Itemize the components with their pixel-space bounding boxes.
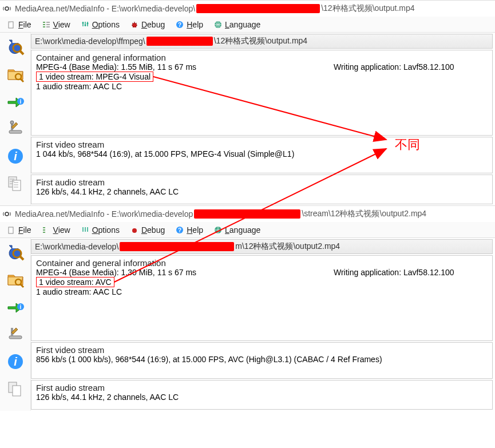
container-line: MPEG-4 (Base Media): 1.30 MiB, 11 s 67 m… <box>36 268 334 277</box>
help-icon: ? <box>175 225 184 235</box>
first-audio-title: First audio stream <box>36 177 488 187</box>
tool-open-folder[interactable] <box>3 61 28 86</box>
svg-rect-1 <box>9 22 13 28</box>
menu-view-label: View <box>53 20 70 29</box>
svg-text:i: i <box>19 304 21 310</box>
window-2: MediaArea.net/MediaInfo - E:\work\media-… <box>0 205 495 411</box>
tool-about[interactable]: i <box>3 144 28 169</box>
titlebar-text: MediaArea.net/MediaInfo - E:\work\media-… <box>15 209 426 219</box>
file-path-bar[interactable]: E:\work\media-develop\ m\12种格式视频\output2… <box>31 239 493 254</box>
menu-view[interactable]: View <box>37 224 75 236</box>
menu-debug[interactable]: Debug <box>125 19 169 30</box>
menu-file[interactable]: File <box>2 224 36 236</box>
svg-text:i: i <box>19 98 21 105</box>
section-first-video: First video stream 1 044 kb/s, 968*544 (… <box>31 137 493 173</box>
tool-export[interactable]: i <box>3 294 28 319</box>
menu-file-label: File <box>18 20 31 29</box>
content-area: E:\work\media-develop\ffmpeg\ \12种格式视频\o… <box>31 33 495 205</box>
container-title: Container and general information <box>36 258 488 268</box>
container-line: MPEG-4 (Base Media): 1.55 MiB, 11 s 67 m… <box>36 62 334 72</box>
svg-text:?: ? <box>178 227 181 233</box>
debug-icon <box>130 20 139 29</box>
menu-help[interactable]: ? Help <box>171 19 208 30</box>
svg-rect-29 <box>9 227 13 233</box>
svg-point-10 <box>86 22 88 24</box>
globe-icon <box>213 20 223 29</box>
tool-preferences[interactable] <box>3 116 28 141</box>
svg-point-28 <box>5 212 9 216</box>
options-icon <box>81 225 90 235</box>
menu-help-label: Help <box>187 20 203 29</box>
menu-options[interactable]: Options <box>76 224 124 236</box>
view-icon <box>42 225 51 235</box>
svg-rect-2 <box>43 22 45 23</box>
redacted-segment <box>146 37 213 46</box>
tool-preferences[interactable] <box>3 322 28 347</box>
svg-rect-48 <box>13 386 21 396</box>
svg-point-23 <box>10 121 14 124</box>
titlebar[interactable]: MediaArea.net/MediaInfo - E:\work\media-… <box>0 1 495 17</box>
window-1: MediaArea.net/MediaInfo - E:\work\media-… <box>0 0 495 205</box>
svg-rect-32 <box>43 232 45 233</box>
section-container: Container and general information MPEG-4… <box>31 50 493 136</box>
svg-rect-21 <box>9 130 22 133</box>
video-stream-line: 1 video stream: AVC <box>36 277 114 287</box>
menu-language[interactable]: Language <box>209 224 265 236</box>
svg-text:?: ? <box>178 22 181 28</box>
menubar: File View Options Debug ?Help Language <box>0 222 495 238</box>
app-icon <box>2 209 11 219</box>
tool-open-folder[interactable] <box>3 267 28 292</box>
svg-rect-27 <box>13 180 21 191</box>
menu-language-label: Language <box>225 20 260 29</box>
svg-rect-6 <box>46 24 50 25</box>
tool-about[interactable]: i <box>3 349 28 374</box>
first-audio-title: First audio stream <box>36 383 488 393</box>
menu-debug[interactable]: Debug <box>125 224 169 236</box>
first-video-title: First video stream <box>36 345 488 355</box>
debug-icon <box>130 225 139 235</box>
menu-options[interactable]: Options <box>76 19 124 30</box>
writing-application: Writing application: Lavf58.12.100 <box>334 268 488 277</box>
toolbar-vertical: i i <box>0 238 31 411</box>
video-stream-line: 1 video stream: MPEG-4 Visual <box>36 72 153 82</box>
first-audio-body: 126 kb/s, 44.1 kHz, 2 channels, AAC LC <box>36 187 488 196</box>
menubar: File View Options Debug ? Help Language <box>0 17 495 33</box>
menu-view[interactable]: View <box>37 19 75 30</box>
svg-point-9 <box>84 24 86 26</box>
svg-rect-7 <box>46 26 50 27</box>
section-first-video: First video stream 856 kb/s (1 000 kb/s)… <box>31 342 493 379</box>
titlebar-text: MediaArea.net/MediaInfo - E:\work\media-… <box>15 3 415 14</box>
tool-copy[interactable] <box>3 376 28 402</box>
file-icon <box>7 225 16 235</box>
svg-rect-5 <box>46 22 50 23</box>
svg-rect-31 <box>43 229 45 231</box>
svg-text:i: i <box>14 355 17 368</box>
titlebar[interactable]: MediaArea.net/MediaInfo - E:\work\media-… <box>0 206 495 222</box>
audio-stream-line: 1 audio stream: AAC LC <box>36 287 334 296</box>
writing-application: Writing application: Lavf58.12.100 <box>334 62 488 72</box>
tool-export[interactable]: i <box>3 89 28 114</box>
content-area: E:\work\media-develop\ m\12种格式视频\output2… <box>31 238 495 411</box>
tool-open-file[interactable] <box>3 34 28 59</box>
menu-options-label: Options <box>92 20 120 29</box>
menu-file[interactable]: File <box>2 19 36 30</box>
svg-point-0 <box>5 7 9 10</box>
file-icon <box>7 20 16 29</box>
svg-line-38 <box>20 256 23 260</box>
redacted-segment <box>194 209 300 219</box>
section-first-audio: First audio stream 126 kb/s, 44.1 kHz, 2… <box>31 175 493 204</box>
section-container: Container and general information MPEG-4… <box>31 255 493 341</box>
annotation-label: 不同 <box>395 136 420 153</box>
first-video-body: 856 kb/s (1 000 kb/s), 968*544 (16:9), a… <box>36 355 488 364</box>
svg-point-33 <box>132 228 137 233</box>
svg-rect-30 <box>43 227 45 228</box>
first-audio-body: 126 kb/s, 44.1 kHz, 2 channels, AAC LC <box>36 393 488 402</box>
menu-help[interactable]: ?Help <box>171 224 208 236</box>
file-path-bar[interactable]: E:\work\media-develop\ffmpeg\ \12种格式视频\o… <box>31 34 493 49</box>
tool-copy[interactable] <box>3 171 28 196</box>
menu-language[interactable]: Language <box>209 19 265 30</box>
svg-point-8 <box>82 22 84 23</box>
svg-rect-3 <box>43 24 45 25</box>
audio-stream-line: 1 audio stream: AAC LC <box>36 82 334 91</box>
tool-open-file[interactable] <box>3 239 28 264</box>
